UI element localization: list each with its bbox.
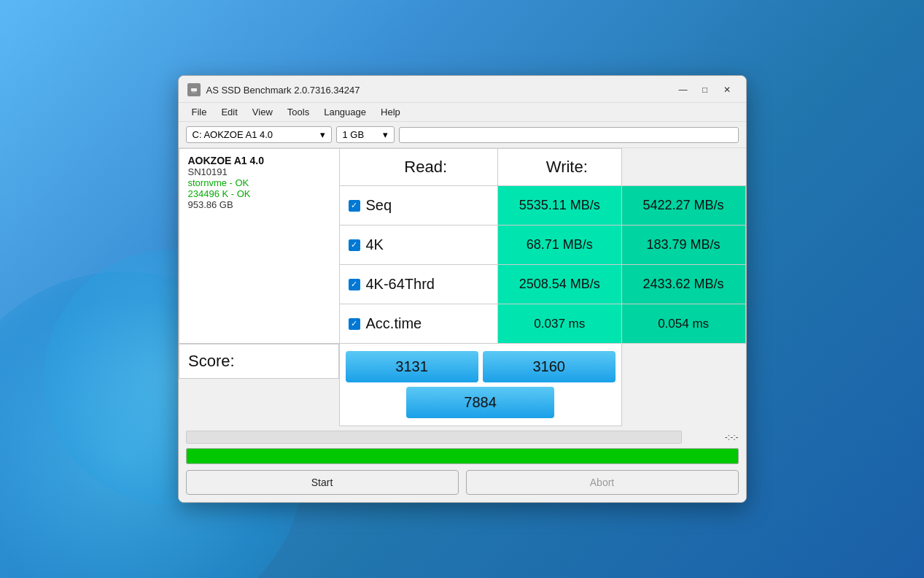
write-header: Write: bbox=[497, 149, 621, 186]
svg-rect-2 bbox=[192, 91, 196, 93]
close-button[interactable]: ✕ bbox=[717, 82, 737, 98]
seq-write-result: 5422.27 MB/s bbox=[621, 186, 745, 226]
maximize-button[interactable]: □ bbox=[695, 82, 715, 98]
svg-rect-3 bbox=[191, 93, 197, 93]
read-header: Read: bbox=[339, 149, 497, 186]
size-status: 234496 K - OK bbox=[188, 188, 330, 199]
seq-checkbox[interactable]: ✓ bbox=[349, 200, 360, 212]
acctime-checkbox[interactable]: ✓ bbox=[349, 318, 360, 330]
bottom-area: -:-:- Start Abort bbox=[179, 426, 746, 502]
size-label: 1 GB bbox=[343, 129, 365, 140]
menu-help[interactable]: Help bbox=[373, 104, 408, 120]
acctime-read-result: 0.037 ms bbox=[497, 304, 621, 344]
4k-read-result: 68.71 MB/s bbox=[497, 226, 621, 265]
capacity: 953.86 GB bbox=[188, 199, 330, 210]
score-write: 3160 bbox=[483, 351, 616, 382]
menu-language[interactable]: Language bbox=[317, 104, 373, 120]
button-row: Start Abort bbox=[186, 470, 739, 498]
header-row: AOKZOE A1 4.0 SN10191 stornvme - OK 2344… bbox=[179, 149, 745, 186]
progress-row bbox=[186, 448, 739, 464]
seq-label-cell: ✓ Seq bbox=[339, 186, 497, 226]
size-arrow-icon: ▾ bbox=[383, 129, 388, 140]
4k64thrd-checkbox[interactable]: ✓ bbox=[349, 279, 360, 290]
benchmark-table: AOKZOE A1 4.0 SN10191 stornvme - OK 2344… bbox=[179, 148, 746, 426]
menu-edit[interactable]: Edit bbox=[214, 104, 244, 120]
device-name: AOKZOE A1 4.0 bbox=[188, 155, 330, 166]
progress-bar-fill bbox=[187, 449, 738, 463]
start-button[interactable]: Start bbox=[186, 470, 459, 495]
driver-status: stornvme - OK bbox=[188, 177, 330, 188]
toolbar: C: AOKZOE A1 4.0 ▾ 1 GB ▾ bbox=[179, 122, 746, 148]
seq-label: Seq bbox=[366, 197, 392, 214]
minimize-button[interactable]: — bbox=[673, 82, 694, 98]
score-label: Score: bbox=[179, 344, 339, 379]
score-total: 7884 bbox=[406, 387, 555, 418]
score-read: 3131 bbox=[346, 351, 478, 382]
drive-arrow-icon: ▾ bbox=[320, 129, 325, 140]
score-results-cell: 3131 3160 7884 bbox=[339, 344, 621, 426]
menu-view[interactable]: View bbox=[245, 104, 280, 120]
abort-button[interactable]: Abort bbox=[466, 470, 739, 495]
4k64thrd-read-result: 2508.54 MB/s bbox=[497, 265, 621, 304]
menu-file[interactable]: File bbox=[185, 104, 214, 120]
4k-write-result: 183.79 MB/s bbox=[621, 226, 745, 265]
drive-label: C: AOKZOE A1 4.0 bbox=[193, 129, 273, 140]
4k-label: 4K bbox=[366, 236, 384, 253]
main-window: AS SSD Benchmark 2.0.7316.34247 — □ ✕ Fi… bbox=[178, 75, 747, 503]
window-title: AS SSD Benchmark 2.0.7316.34247 bbox=[206, 85, 673, 96]
acctime-write-result: 0.054 ms bbox=[621, 304, 745, 344]
4k64thrd-label: 4K-64Thrd bbox=[366, 276, 435, 293]
menu-tools[interactable]: Tools bbox=[280, 104, 317, 120]
window-controls: — □ ✕ bbox=[673, 82, 737, 98]
acctime-label-cell: ✓ Acc.time bbox=[339, 304, 497, 344]
menu-bar: File Edit View Tools Language Help bbox=[179, 103, 746, 122]
app-icon bbox=[187, 83, 201, 96]
drive-selector[interactable]: C: AOKZOE A1 4.0 ▾ bbox=[186, 126, 332, 143]
status-row: -:-:- bbox=[186, 431, 739, 444]
4k-label-cell: ✓ 4K bbox=[339, 226, 497, 265]
4k-checkbox[interactable]: ✓ bbox=[349, 239, 360, 251]
score-row: Score: 3131 3160 7884 bbox=[179, 344, 745, 426]
title-bar: AS SSD Benchmark 2.0.7316.34247 — □ ✕ bbox=[179, 76, 746, 103]
progress-bar bbox=[186, 448, 739, 464]
status-time: -:-:- bbox=[688, 432, 739, 442]
toolbar-spacer bbox=[399, 127, 739, 143]
status-bar bbox=[186, 431, 682, 444]
4k64thrd-write-result: 2433.62 MB/s bbox=[621, 265, 745, 304]
serial-number: SN10191 bbox=[188, 166, 330, 177]
svg-rect-1 bbox=[191, 88, 197, 91]
acctime-label: Acc.time bbox=[366, 315, 422, 332]
4k64thrd-label-cell: ✓ 4K-64Thrd bbox=[339, 265, 497, 304]
info-panel: AOKZOE A1 4.0 SN10191 stornvme - OK 2344… bbox=[179, 149, 339, 344]
seq-read-result: 5535.11 MB/s bbox=[497, 186, 621, 226]
size-selector[interactable]: 1 GB ▾ bbox=[336, 126, 395, 143]
